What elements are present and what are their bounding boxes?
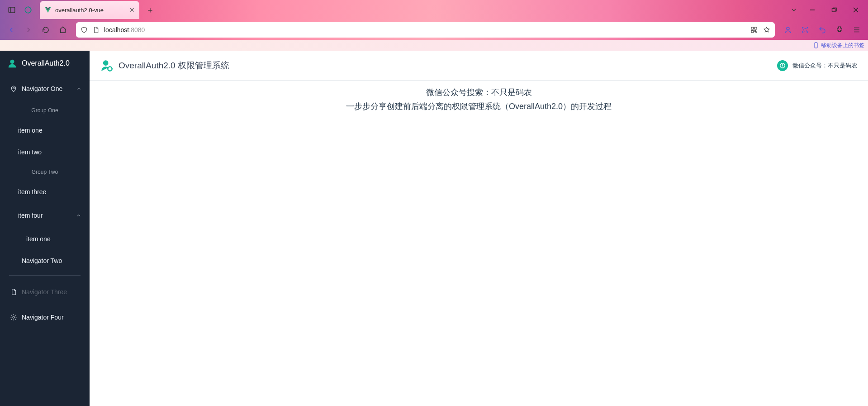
maximize-button[interactable] xyxy=(824,2,844,18)
gear-icon xyxy=(10,314,17,321)
chevron-up-icon xyxy=(76,86,81,91)
group-one-title: Group One xyxy=(0,101,90,119)
reload-button[interactable] xyxy=(38,22,53,38)
new-tab-button[interactable]: ＋ xyxy=(142,2,158,18)
url-text: localhost:8080 xyxy=(104,26,746,33)
item-four-label: item four xyxy=(18,212,43,219)
browser-tab[interactable]: overallauth2.0-vue ✕ xyxy=(40,1,139,19)
page-title-wrap: OverallAuth2.0 权限管理系统 xyxy=(100,59,229,72)
insecure-site-icon[interactable] xyxy=(92,26,100,33)
firefox-view-icon[interactable] xyxy=(20,2,36,18)
svg-rect-7 xyxy=(751,27,754,29)
content: 微信公众号搜索：不只是码农 一步步分享创建前后端分离的权限管理系统（Overal… xyxy=(90,81,868,406)
minimize-button[interactable] xyxy=(802,2,823,18)
window-controls xyxy=(802,2,866,18)
svg-point-24 xyxy=(783,67,783,67)
back-button[interactable] xyxy=(4,22,19,38)
nav-three: Navigator Three xyxy=(0,279,90,305)
page-header: OverallAuth2.0 权限管理系统 微信公众号：不只是码农 xyxy=(90,51,868,81)
group-two-title: Group Two xyxy=(0,163,90,181)
sidebar-item-one[interactable]: item one xyxy=(0,119,90,141)
shield-icon[interactable] xyxy=(81,26,88,33)
nav-two[interactable]: Navigator Two xyxy=(0,250,90,272)
bookmark-bar: 移动设备上的书签 xyxy=(0,40,868,51)
nav-three-label: Navigator Three xyxy=(22,288,67,296)
sidebar: OverallAuth2.0 Navigator One Group One i… xyxy=(0,51,90,406)
svg-point-20 xyxy=(103,60,109,66)
svg-point-19 xyxy=(13,316,14,318)
main: OverallAuth2.0 权限管理系统 微信公众号：不只是码农 微信公众号搜… xyxy=(90,51,868,406)
svg-point-18 xyxy=(13,87,14,89)
tabs-list-icon[interactable] xyxy=(786,2,802,18)
nav-one-label: Navigator One xyxy=(22,85,62,92)
svg-rect-8 xyxy=(754,27,757,29)
home-button[interactable] xyxy=(55,22,71,38)
forward-button[interactable] xyxy=(21,22,36,38)
nav-four-label: Navigator Four xyxy=(22,314,64,321)
sidebar-item-three[interactable]: item three xyxy=(0,181,90,203)
url-row: localhost:8080 xyxy=(0,20,868,40)
vue-favicon-icon xyxy=(44,6,52,14)
sidebar-item-two[interactable]: item two xyxy=(0,141,90,163)
sidebar-menu: Navigator One Group One item one item tw… xyxy=(0,76,90,406)
svg-point-17 xyxy=(10,60,14,64)
bookmark-label: 移动设备上的书签 xyxy=(821,42,864,49)
sidebar-item-four-sub-one[interactable]: item one xyxy=(0,228,90,250)
bookmark-star-icon[interactable] xyxy=(763,26,770,33)
svg-point-10 xyxy=(787,27,789,30)
extensions-icon[interactable] xyxy=(832,22,847,38)
header-right-text: 微信公众号：不只是码农 xyxy=(792,62,857,70)
svg-rect-0 xyxy=(9,7,15,13)
screenshot-icon[interactable] xyxy=(797,22,813,38)
page: OverallAuth2.0 Navigator One Group One i… xyxy=(0,51,868,406)
qr-icon[interactable] xyxy=(750,26,758,33)
tab-title: overallauth2.0-vue xyxy=(55,7,126,14)
content-line-1: 微信公众号搜索：不只是码农 xyxy=(426,86,532,99)
nav-one[interactable]: Navigator One xyxy=(0,76,90,101)
user-gear-icon xyxy=(100,59,113,72)
toolbar-end xyxy=(780,22,864,38)
browser-chrome: overallauth2.0-vue ✕ ＋ xyxy=(0,0,868,51)
undo-close-tab-icon[interactable] xyxy=(815,22,830,38)
svg-rect-4 xyxy=(832,9,835,12)
page-title: OverallAuth2.0 权限管理系统 xyxy=(119,60,229,72)
url-port: :8080 xyxy=(129,26,145,33)
sidebar-brand[interactable]: OverallAuth2.0 xyxy=(0,51,90,76)
close-button[interactable] xyxy=(845,2,866,18)
url-host: localhost xyxy=(104,26,129,33)
chevron-up-icon xyxy=(76,213,81,218)
content-line-2: 一步步分享创建前后端分离的权限管理系统（OverallAuth2.0）的开发过程 xyxy=(346,100,612,113)
sidebar-toggle-icon[interactable] xyxy=(4,2,20,18)
app-menu-icon[interactable] xyxy=(849,22,864,38)
nav-four[interactable]: Navigator Four xyxy=(0,305,90,330)
header-right: 微信公众号：不只是码农 xyxy=(777,60,857,71)
sidebar-item-four[interactable]: item four xyxy=(0,203,90,228)
tab-close-icon[interactable]: ✕ xyxy=(129,6,135,14)
address-bar[interactable]: localhost:8080 xyxy=(76,22,775,38)
attention-icon xyxy=(777,60,788,71)
brand-text: OverallAuth2.0 xyxy=(22,59,70,67)
svg-point-21 xyxy=(108,67,112,71)
tab-strip: overallauth2.0-vue ✕ ＋ xyxy=(0,0,868,20)
menu-divider xyxy=(9,275,81,276)
svg-rect-9 xyxy=(751,30,754,33)
svg-rect-15 xyxy=(815,43,817,48)
account-icon[interactable] xyxy=(780,22,796,38)
location-icon xyxy=(10,85,17,92)
mobile-bookmarks-button[interactable]: 移动设备上的书签 xyxy=(813,42,864,49)
document-icon xyxy=(10,288,17,296)
svg-rect-11 xyxy=(804,29,806,31)
user-icon xyxy=(7,58,17,68)
